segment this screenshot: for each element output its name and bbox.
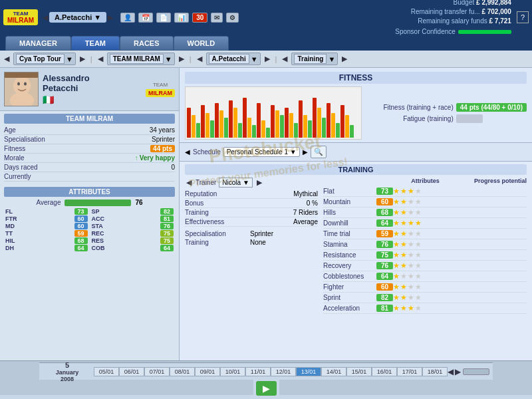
tour-next-btn[interactable]: ▶ — [78, 55, 86, 63]
timeline-date[interactable]: 18/01 — [422, 367, 448, 376]
empty-star-icon: ★ — [415, 187, 422, 196]
timeline-date[interactable]: 07/01 — [144, 367, 170, 376]
timeline-date[interactable]: 13/01 — [296, 367, 321, 376]
mail-icon-btn[interactable]: ✉ — [211, 13, 223, 23]
year-label: 2008 — [41, 376, 94, 382]
chart-bar — [233, 108, 237, 138]
next-player-btn[interactable]: ▶ — [106, 13, 114, 22]
tab-races[interactable]: RACES — [120, 36, 174, 51]
timeline-date[interactable]: 08/01 — [170, 367, 195, 376]
player-selector[interactable]: A.Petacchi ▼ — [206, 53, 261, 65]
filled-star-icon: ★ — [393, 272, 400, 281]
progress-skill-label: Acceleration — [323, 305, 376, 312]
progress-stars: ★★★★ — [393, 229, 422, 238]
progress-skill-label: Downhill — [323, 219, 376, 227]
schedule-select[interactable]: Personal Schedule 1 ▼ — [223, 147, 300, 157]
empty-star-icon: ★ — [415, 293, 422, 302]
timeline-date[interactable]: 15/01 — [346, 367, 372, 376]
timeline-date[interactable]: 06/01 — [119, 367, 144, 376]
filled-star-icon: ★ — [400, 219, 407, 227]
tab-manager[interactable]: MANAGER — [5, 36, 71, 51]
player-name-display[interactable]: A.Petacchi ▼ — [49, 12, 106, 23]
training-spec: Specialisation Sprinter Training None — [185, 229, 318, 247]
chart-bar-group — [313, 98, 326, 138]
empty-star-icon: ★ — [408, 272, 414, 281]
progress-skill-label: Time trial — [323, 230, 376, 237]
empty-star-icon: ★ — [415, 240, 422, 249]
trainer-prev-btn[interactable]: ◀ — [185, 178, 193, 187]
team-prev-btn[interactable]: ◀ — [96, 55, 104, 63]
team-selector[interactable]: TEAM MILRAM ▼ — [107, 53, 175, 65]
chart-icon-btn[interactable]: 📊 — [174, 13, 189, 23]
timeline-date[interactable]: 14/01 — [321, 367, 346, 376]
attr-dh: DH 64 — [4, 245, 89, 251]
filled-star-icon: ★ — [393, 304, 400, 313]
timeline-date[interactable]: 10/01 — [220, 367, 245, 376]
timeline-date[interactable]: 11/01 — [245, 367, 271, 376]
tab-team[interactable]: TEAM — [71, 36, 120, 51]
chart-bar — [299, 100, 303, 138]
budget-label: Budget — [454, 0, 475, 6]
progress-value: 60 — [376, 283, 393, 291]
timeline-date[interactable]: 17/01 — [397, 367, 422, 376]
view-selector[interactable]: Training ▼ — [291, 53, 338, 65]
progress-stars: ★★★★ — [393, 219, 422, 227]
progress-row: Hills68★★★★ — [323, 207, 527, 218]
calendar-icon-btn[interactable]: 📅 — [138, 13, 153, 23]
advance-time-button[interactable]: ▶ — [256, 381, 277, 396]
timeline-date[interactable]: 09/01 — [195, 367, 220, 376]
chart-bar-group — [340, 105, 354, 138]
doc-icon-btn[interactable]: 📄 — [156, 13, 171, 23]
progress-value: 73 — [376, 188, 393, 195]
team-dropdown-icon: ▼ — [165, 55, 172, 63]
tab-world[interactable]: WORLD — [174, 36, 229, 51]
timeline-date[interactable]: 16/01 — [372, 367, 397, 376]
chart-bar — [224, 118, 228, 138]
trainer-info: ◀ Trainer Nicola ▼ ▶ Reputation Mythical — [185, 178, 318, 314]
attr-average-row: Average 76 — [4, 199, 175, 206]
progress-stars: ★★★★ — [393, 261, 422, 270]
progress-row: Stamina76★★★★ — [323, 239, 527, 250]
chart-bar — [345, 115, 349, 138]
fitness-stat-training: Fitness (training + race) 44 pts (44/80 … — [367, 103, 527, 112]
view-prev-btn[interactable]: ◀ — [281, 55, 289, 63]
badge-icon-btn[interactable]: 30 — [192, 13, 207, 23]
progress-value: 59 — [376, 230, 393, 237]
attr-hil: HIL 68 — [4, 237, 89, 244]
chart-bar — [303, 115, 307, 138]
team-next-btn[interactable]: ▶ — [178, 55, 186, 63]
progress-stars: ★★★★ — [393, 251, 422, 259]
filled-star-icon: ★ — [408, 304, 414, 313]
schedule-next-btn[interactable]: ▶ — [303, 148, 308, 156]
profile-icon-btn[interactable]: 👤 — [120, 13, 135, 23]
timeline-date[interactable]: 05/01 — [94, 367, 119, 376]
help-button[interactable]: ? — [517, 11, 529, 23]
stat-age: Age 34 years — [4, 126, 175, 135]
progress-value: 64 — [376, 219, 393, 227]
empty-star-icon: ★ — [415, 229, 422, 238]
schedule-prev-btn[interactable]: ◀ — [185, 148, 190, 156]
player-name-block: Alessandro Petacchi 🇮🇹 — [43, 73, 90, 105]
schedule-search-btn[interactable]: 🔍 — [311, 146, 327, 158]
trainer-next-btn[interactable]: ▶ — [255, 178, 263, 187]
timeline-scroll-right-btn[interactable]: ▶ — [455, 367, 461, 376]
attr-ftr: FTR 60 — [4, 215, 89, 222]
progress-header: Attributes Progress potential — [323, 178, 527, 184]
filled-star-icon: ★ — [400, 293, 407, 302]
settings-icon-btn[interactable]: ⚙ — [226, 13, 239, 23]
prev-player-btn[interactable]: ◀ — [41, 13, 49, 22]
player-prev-btn[interactable]: ◀ — [196, 55, 203, 63]
player-next-btn[interactable]: ▶ — [263, 55, 271, 63]
chart-bar — [350, 125, 354, 138]
timeline-thumb[interactable] — [463, 368, 489, 375]
view-label: Training — [294, 54, 327, 64]
tour-prev-btn[interactable]: ◀ — [3, 55, 11, 63]
tour-selector[interactable]: Cya Top Tour ▼ — [13, 53, 76, 65]
empty-star-icon: ★ — [408, 283, 414, 291]
empty-star-icon: ★ — [408, 208, 414, 217]
view-next-btn[interactable]: ▶ — [340, 55, 348, 63]
team-stats-section: TEAM MILRAM Age 34 years Specialisation … — [0, 111, 179, 184]
timeline-date[interactable]: 12/01 — [271, 367, 296, 376]
timeline-scroll-left-btn[interactable]: ◀ — [448, 367, 454, 376]
chart-bar — [340, 105, 344, 138]
